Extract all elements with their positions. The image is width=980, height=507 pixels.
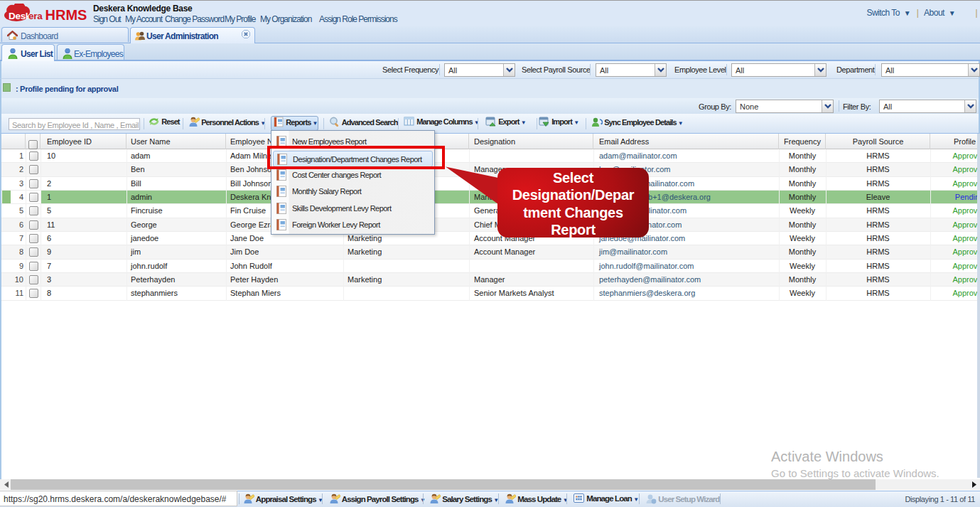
svg-text:HRMS: HRMS: [45, 7, 87, 23]
svg-text:era: era: [28, 11, 43, 21]
